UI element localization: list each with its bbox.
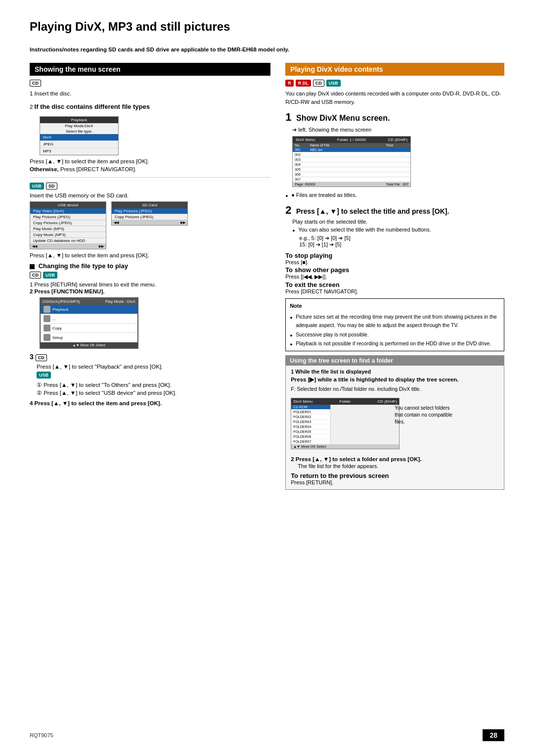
step3-num: 3: [30, 353, 36, 361]
cd-badge4: CD: [36, 354, 47, 361]
func-menu-footer: ▲▼ Move OK Select: [41, 342, 137, 348]
right-step2-num: 2: [285, 204, 291, 216]
page-title: Playing DivX, MP3 and still pictures: [30, 20, 504, 37]
press-usb-device-text: ② Press [▲, ▼] to select "USB device" an…: [37, 389, 270, 396]
page-number: 28: [483, 729, 504, 741]
press-return-text: 1 Press [RETURN] several times to exit t…: [30, 282, 156, 287]
note-box: Note Picture sizes set at the recording …: [285, 298, 504, 351]
pb-item-mp3: MP3: [40, 148, 118, 155]
func-icon-2: [44, 315, 50, 322]
divx-col-no: No.: [295, 143, 310, 147]
usb-item-1: Play Video (DivX): [30, 208, 106, 214]
pb-item-jpeg: JPEG: [40, 141, 118, 148]
usb-badge-row2: USB: [37, 372, 270, 378]
r-badge: R: [285, 80, 294, 87]
usb-item-2: Play Pictures (JPEG): [30, 214, 106, 220]
step1-block: 1 Insert the disc.: [30, 90, 270, 97]
tree-footer: ▲▼ Move OK Select: [291, 444, 399, 449]
right-badge-row: R R DL CD USB: [285, 80, 504, 87]
to-show-block: To show other pages Press [|◀◀, ▶▶|].: [285, 266, 504, 280]
divx-col-headers: No. Name of File Time: [293, 143, 410, 147]
tree-body: CD-ROM FOLDER01 FOLDER02 FOLDER03 FOLDER…: [291, 405, 399, 444]
step2-bullet1: You can also select the title with the n…: [292, 226, 504, 235]
sd-badge: SD: [46, 183, 57, 189]
right-step1-title: Show DivX Menu screen.: [296, 114, 390, 122]
usb-badge-right: USB: [326, 80, 341, 87]
func-row-label: Playback: [52, 307, 68, 312]
right-column: Playing DivX video contents R R DL CD US…: [285, 63, 504, 494]
note-item-2: Successive play is not possible.: [290, 331, 500, 339]
press-instruction2: Press [▲, ▼] to select the item and pres…: [30, 252, 270, 258]
usb-sd-badges: USB SD: [30, 183, 270, 189]
tree-item-cdrom: CD-ROM: [291, 405, 330, 410]
tree-item-f03: FOLDER03: [291, 420, 330, 425]
step2-eg: e.g., 5: [0] ➔ [0] ➔ [5]: [299, 235, 504, 241]
divx-row-1: 001 ABC.avi: [293, 147, 410, 152]
page-footer: RQT9075 28: [30, 729, 504, 741]
to-exit-block: To exit the screen Press [DIRECT NAVIGAT…: [285, 281, 504, 294]
func-row-2: ...: [41, 314, 137, 324]
playback-icon: [44, 306, 50, 313]
cd-badge-right: CD: [313, 80, 324, 87]
divx-row-6: 006: [293, 172, 410, 177]
divx-screen-area: DivX Menu Folder 1 / 00000 CD (EH4F) No.…: [292, 136, 504, 187]
func-row-copy: Copy: [41, 324, 137, 333]
step4-text: 4 Press [▲, ▼] to select the item and pr…: [30, 400, 270, 406]
playback-screen-area: Playback Play Mode:DivX Select file type…: [40, 116, 270, 155]
tree-note: F: Selected folder no./Total folder no. …: [291, 386, 499, 392]
note-item-1: Picture sizes set at the recording time …: [290, 313, 500, 330]
pb-row2: Select file type.: [40, 129, 118, 134]
tree-item-f07: FOLDER07: [291, 439, 330, 444]
step1-arrow-label: left. Showing the menu screen: [298, 127, 371, 133]
usb-item-4: Play Music (MP3): [30, 226, 106, 232]
tree-step2-sub: The file list for the folder appears.: [298, 463, 499, 469]
tree-screen: DivX Menu Folder CD (EH4F) CD-ROM FOLDER…: [291, 398, 400, 449]
tree-header: DivX Menu Folder CD (EH4F): [291, 398, 399, 405]
changing-file-type-block: Changing the file type to play: [30, 262, 270, 270]
otherwise-block: Otherwise, Press [DIRECT NAVIGATOR].: [30, 166, 270, 172]
press-others-text: ① Press [▲, ▼] to select "To Others" and…: [37, 381, 270, 388]
press-func-step: 2 Press [FUNCTION MENU].: [30, 288, 270, 294]
func-header-left: CD/DivX(JPEG/MP3): [43, 299, 80, 304]
to-return-block: To return to the previous screen Press […: [291, 472, 499, 485]
changing-file-type-label: Changing the file type to play: [39, 262, 128, 270]
sd-footer: ◀◀ ▶▶: [112, 220, 187, 225]
note-title: Note: [290, 302, 500, 311]
black-square-icon: [30, 264, 35, 269]
page-container: Playing DivX, MP3 and still pictures Ins…: [0, 0, 534, 756]
press-func-text: 2 Press [FUNCTION MENU].: [30, 288, 104, 294]
to-return-text: Press [RETURN].: [291, 479, 499, 485]
right-step1-num: 1: [285, 111, 291, 123]
sd-header: SD Card: [112, 202, 187, 208]
note-item-3: Playback is not possible if recording is…: [290, 339, 500, 348]
to-show-label: To show other pages: [285, 266, 349, 274]
tree-item-f04: FOLDER04: [291, 425, 330, 429]
func-menu-header: CD/DivX(JPEG/MP3) Play Mode : DivX: [41, 298, 137, 305]
cd-usb-badges: CD USB: [30, 272, 270, 279]
press-playback-text: Press [▲, ▼] to select "Playback" and pr…: [37, 364, 270, 370]
divx-footer: Page: 00/000 Total File : 007: [293, 182, 410, 187]
divx-header-left: DivX Menu: [296, 138, 315, 142]
sd-card-screen: SD Card Play Pictures (JPEG) Copy Pictur…: [111, 201, 188, 226]
device-screens-row: USB device Play Video (DivX) Play Pictur…: [30, 201, 270, 249]
divx-footer-left: Page: 00/000: [295, 183, 315, 186]
tree-header-right: CD (EH4F): [378, 399, 398, 404]
step3-block: 3 CD: [30, 353, 270, 361]
divx-footer-right: Total File : 007: [386, 183, 409, 186]
press-return-step: 1 Press [RETURN] several times to exit t…: [30, 282, 270, 287]
playback-screen: Playback Play Mode:DivX Select file type…: [40, 116, 119, 155]
usb-badge4: USB: [37, 372, 51, 378]
doc-code: RQT9075: [30, 732, 53, 738]
divx-row-2: 002: [293, 152, 410, 157]
divx-header-right: CD (EH4F): [388, 138, 408, 142]
tree-section-header: Using the tree screen to find a folder: [286, 356, 504, 366]
pb-header: Playback: [40, 117, 118, 123]
setup-icon: [44, 334, 50, 341]
sd-item-1: Play Pictures (JPEG): [112, 208, 187, 214]
files-treated: ● Files are treated as titles.: [285, 191, 504, 200]
tree-item-f06: FOLDER06: [291, 434, 330, 439]
usb-footer: ◀◀ ▶▶: [30, 244, 106, 249]
right-intro: You can play DivX video contents recorde…: [285, 90, 504, 106]
tree-cannot-select-note: You cannot select folders that contain n…: [395, 405, 454, 425]
to-exit-text: Press [DIRECT NAVIGATOR].: [285, 288, 504, 294]
